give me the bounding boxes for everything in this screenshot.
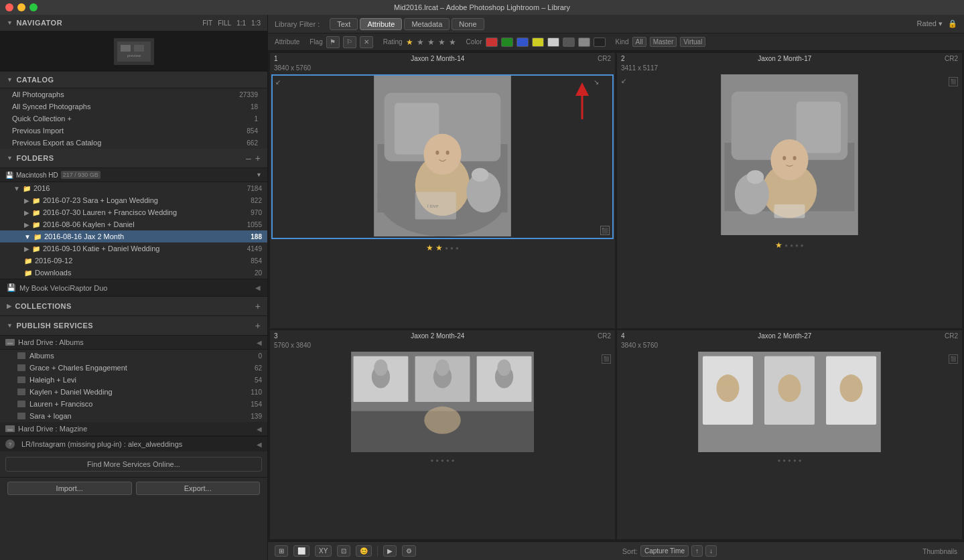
lr-instagram-service[interactable]: ? LR/Instagram (missing plug-in) : alex_…	[0, 436, 267, 451]
color-red[interactable]	[486, 38, 498, 47]
filter-text-button[interactable]: Text	[330, 18, 358, 30]
photo-format-2: CR2	[945, 55, 958, 62]
kind-master-button[interactable]: Master	[650, 37, 677, 47]
hard-drive-magzine-service[interactable]: ▬ Hard Drive : Magzine ◀	[0, 422, 267, 436]
photo-expand-icon-2[interactable]: ⬛	[949, 77, 958, 86]
sort-desc-button[interactable]: ↓	[705, 545, 717, 557]
flag-unflagged-button[interactable]: ⚐	[343, 36, 356, 48]
macintosh-hd[interactable]: 💾 Macintosh HD 217 / 930 GB	[0, 168, 267, 182]
close-button[interactable]	[5, 3, 13, 11]
folder-item-jax-2month[interactable]: ▼ 📁 2016-08-16 Jax 2 Month 188	[0, 230, 267, 242]
albums-items: Albums 0 Grace + Charles Engagement 62 H…	[0, 350, 267, 422]
color-lightgray[interactable]	[578, 38, 590, 47]
folders-remove-button[interactable]: –	[246, 153, 251, 163]
kind-all-button[interactable]: All	[632, 37, 646, 47]
star-2[interactable]: ★	[417, 38, 424, 47]
catalog-item-quick-collection[interactable]: Quick Collection + 1	[0, 113, 267, 125]
export-button[interactable]: Export...	[136, 482, 261, 495]
publish-services-header[interactable]: Publish Services +	[0, 316, 267, 336]
grid-view-button[interactable]: ⊞	[275, 545, 288, 557]
photo-cell-4[interactable]: 4 Jaxon 2 Month-27 CR2 3840 x 5760	[617, 330, 962, 539]
photo-image-wrapper-4[interactable]: ⬛	[618, 352, 961, 453]
navigator-header[interactable]: Navigator FIT FILL 1:1 1:3	[0, 15, 267, 31]
collections-header[interactable]: Collections +	[0, 297, 267, 316]
photo-expand-icon-1[interactable]: ⬛	[600, 226, 610, 235]
sort-dropdown[interactable]: Capture Time	[640, 545, 689, 557]
catalog-header[interactable]: Catalog	[0, 72, 267, 88]
photo-expand-icon-3[interactable]: ⬛	[602, 354, 611, 364]
folder-item-sara-logan[interactable]: ▶ 📁 2016-07-23 Sara + Logan Wedding 822	[0, 194, 267, 206]
folder-item-lauren-francisco[interactable]: ▶ 📁 2016-07-30 Lauren + Francisco Weddin…	[0, 206, 267, 218]
svg-point-44	[424, 407, 461, 434]
catalog-item-previous-export[interactable]: Previous Export as Catalog 662	[0, 137, 267, 149]
filter-metadata-button[interactable]: Metadata	[404, 18, 450, 30]
catalog-item-count: 854	[247, 127, 258, 135]
folders-controls[interactable]: – +	[246, 153, 261, 163]
album-name: Sara + logan	[29, 412, 251, 420]
svg-point-27	[770, 139, 808, 180]
color-gray[interactable]	[563, 38, 575, 47]
photo-cell-2[interactable]: 2 Jaxon 2 Month-17 CR2 3411 x 5117	[617, 53, 962, 328]
star-1[interactable]: ★	[406, 38, 413, 47]
my-book-drive[interactable]: 💾 My Book VelociRaptor Duo ◀	[0, 279, 267, 297]
zoom-button[interactable]: 1:3	[251, 19, 261, 27]
compare-view-button[interactable]: XY	[315, 545, 332, 557]
folders-add-button[interactable]: +	[255, 153, 261, 163]
catalog-item-previous-import[interactable]: Previous Import 854	[0, 125, 267, 137]
publish-item-kaylen-daniel-wedding[interactable]: Kaylen + Daniel Wedding 110	[0, 386, 267, 398]
photo-cell-3[interactable]: 3 Jaxon 2 Month-24 CR2 5760 x 3840	[270, 330, 615, 539]
minimize-button[interactable]	[17, 3, 25, 11]
collections-add-button[interactable]: +	[255, 301, 261, 311]
color-blue[interactable]	[517, 38, 529, 47]
folder-item-2016[interactable]: ▼ 📁 2016 7184	[0, 182, 267, 194]
folder-item-downloads[interactable]: 📁 Downloads 20	[0, 267, 267, 279]
publish-item-lauren-francisco-album[interactable]: Lauren + Francisco 154	[0, 398, 267, 410]
flag-rejected-button[interactable]: ✕	[360, 36, 373, 48]
catalog-item-all-photographs[interactable]: All Photographs 27339	[0, 88, 267, 100]
photo-expand-icon-4[interactable]: ⬛	[949, 354, 958, 364]
flag-flagged-button[interactable]: ⚑	[326, 36, 340, 48]
color-white[interactable]	[547, 38, 559, 47]
folders-header[interactable]: Folders – +	[0, 149, 267, 168]
color-yellow[interactable]	[532, 38, 544, 47]
publish-services-add-button[interactable]: +	[255, 320, 261, 331]
sort-asc-button[interactable]: ↑	[691, 545, 703, 557]
slideshow-button[interactable]: ▶	[383, 545, 397, 557]
photo-dot-f2-3: ●	[795, 242, 799, 249]
fit-button[interactable]: FIT	[202, 19, 212, 27]
publish-item-grace-charles[interactable]: Grace + Charles Engagement 62	[0, 362, 267, 374]
publish-item-haleigh-levi[interactable]: Haleigh + Levi 54	[0, 374, 267, 386]
hard-drive-albums-service[interactable]: ▬ Hard Drive : Albums ◀	[0, 336, 267, 350]
folder-item-katie-daniel[interactable]: ▶ 📁 2016-09-10 Katie + Daniel Wedding 41…	[0, 242, 267, 255]
loupe-view-button[interactable]: ⬜	[293, 545, 309, 557]
star-3[interactable]: ★	[427, 38, 435, 47]
folder-item-2016-09-12[interactable]: 📁 2016-09-12 854	[0, 255, 267, 267]
find-more-button[interactable]: Find More Services Online...	[5, 457, 262, 472]
import-button[interactable]: Import...	[7, 482, 132, 495]
filter-attribute-button[interactable]: Attribute	[360, 18, 402, 30]
publish-item-sara-logan-album[interactable]: Sara + logan 139	[0, 410, 267, 422]
photo-cell-1[interactable]: 1 Jaxon 2 Month-14 CR2 3840 x 5760	[270, 53, 615, 328]
window-controls[interactable]	[5, 3, 38, 11]
filter-lock-icon[interactable]: 🔒	[948, 19, 957, 28]
folder-item-kaylen-daniel[interactable]: ▶ 📁 2016-08-06 Kaylen + Daniel 1055	[0, 218, 267, 230]
maximize-button[interactable]	[29, 3, 38, 11]
survey-view-button[interactable]: ⊡	[337, 545, 350, 557]
color-black[interactable]	[594, 38, 606, 47]
publish-item-albums[interactable]: Albums 0	[0, 350, 267, 362]
star-4[interactable]: ★	[438, 38, 445, 47]
photo-image-wrapper-2[interactable]: ⬛ ↙	[618, 74, 961, 236]
star-5[interactable]: ★	[449, 38, 456, 47]
people-view-button[interactable]: 😊	[356, 545, 372, 557]
photo-image-wrapper-3[interactable]: ⬛	[271, 352, 614, 453]
kind-virtual-button[interactable]: Virtual	[680, 37, 705, 47]
photo-image-wrapper-1[interactable]: I love ⬛ ↙ ↘	[271, 74, 614, 239]
color-green[interactable]	[501, 38, 513, 47]
filter-rated-dropdown[interactable]: Rated ▾	[917, 19, 943, 28]
one-to-one-button[interactable]: 1:1	[236, 19, 246, 27]
fill-button[interactable]: FILL	[218, 19, 231, 27]
filter-none-button[interactable]: None	[452, 18, 484, 30]
settings-button[interactable]: ⚙	[402, 545, 416, 557]
catalog-item-synced[interactable]: All Synced Photographs 18	[0, 100, 267, 113]
navigator-zoom-controls[interactable]: FIT FILL 1:1 1:3	[202, 19, 261, 27]
